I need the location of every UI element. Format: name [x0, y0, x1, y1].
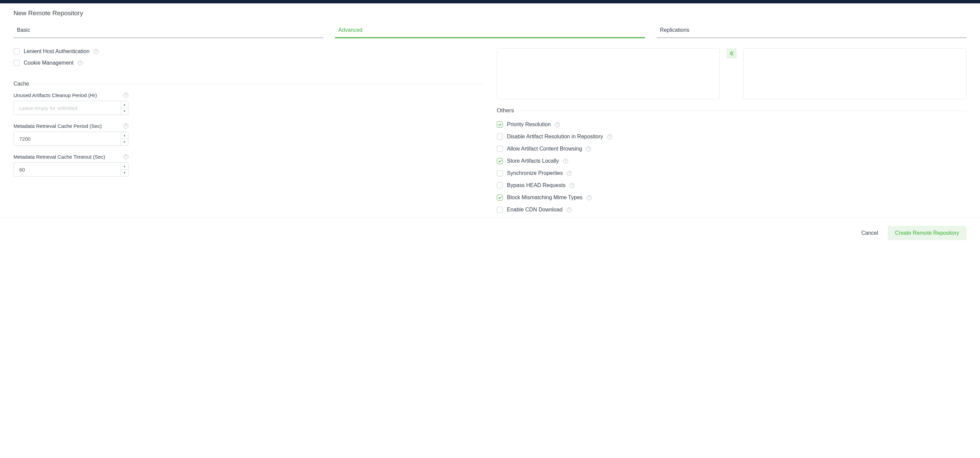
help-icon[interactable]: ? [123, 93, 129, 98]
allow-browsing-checkbox[interactable] [497, 146, 503, 152]
tab-advanced[interactable]: Advanced [335, 24, 645, 38]
tab-replications[interactable]: Replications [657, 24, 966, 38]
meta-timeout-label: Metadata Retrieval Cache Timeout (Sec) [14, 154, 105, 160]
block-mime-label: Block Mismatching Mime Types [507, 195, 582, 201]
lenient-host-checkbox[interactable] [14, 48, 20, 54]
help-icon[interactable]: ? [570, 183, 574, 188]
cancel-button[interactable]: Cancel [861, 230, 878, 236]
cleanup-input[interactable] [14, 101, 121, 115]
meta-period-input[interactable] [14, 132, 121, 145]
help-icon[interactable]: ? [607, 134, 612, 139]
right-column: Others Priority Resolution ? Disable Art… [497, 48, 966, 217]
block-mime-checkbox[interactable] [497, 195, 503, 201]
lenient-host-label: Lenient Host Authentication [24, 48, 89, 54]
page-title: New Remote Repository [14, 10, 966, 17]
cache-section-title: Cache [14, 81, 29, 87]
divider [33, 84, 483, 84]
tab-basic[interactable]: Basic [14, 24, 323, 38]
store-local-label: Store Artifacts Locally [507, 158, 559, 164]
help-icon[interactable]: ? [586, 147, 591, 152]
double-chevron-left-icon [729, 51, 734, 56]
cleanup-label: Unused Artifacts Cleanup Period (Hr) [14, 93, 97, 98]
tabs: Basic Advanced Replications [14, 24, 966, 38]
sync-props-checkbox[interactable] [497, 170, 503, 176]
help-icon[interactable]: ? [123, 154, 129, 159]
chevron-down-icon[interactable]: ▼ [121, 139, 128, 146]
chevron-up-icon[interactable]: ▲ [121, 163, 128, 170]
help-icon[interactable]: ? [587, 195, 592, 200]
transfer-left-button[interactable] [727, 48, 737, 59]
top-bar [0, 0, 980, 3]
allow-browsing-label: Allow Artifact Content Browsing [507, 146, 582, 152]
help-icon[interactable]: ? [563, 159, 568, 164]
sync-props-label: Synchronize Properties [507, 170, 563, 176]
chevron-up-icon[interactable]: ▲ [121, 101, 128, 108]
priority-resolution-label: Priority Resolution [507, 121, 551, 128]
help-icon[interactable]: ? [567, 207, 572, 212]
selected-listbox[interactable] [743, 48, 966, 99]
enable-cdn-checkbox[interactable] [497, 207, 503, 213]
disable-resolution-label: Disable Artifact Resolution in Repositor… [507, 134, 603, 140]
meta-timeout-input[interactable] [14, 163, 121, 176]
bypass-head-checkbox[interactable] [497, 182, 503, 188]
help-icon[interactable]: ? [123, 123, 129, 129]
chevron-down-icon[interactable]: ▼ [121, 170, 128, 177]
priority-resolution-checkbox[interactable] [497, 121, 503, 128]
store-local-checkbox[interactable] [497, 158, 503, 164]
enable-cdn-label: Enable CDN Download [507, 207, 563, 213]
meta-period-label: Metadata Retrieval Cache Period (Sec) [14, 123, 102, 129]
available-listbox[interactable] [497, 48, 720, 99]
disable-resolution-checkbox[interactable] [497, 134, 503, 140]
help-icon[interactable]: ? [94, 49, 99, 54]
chevron-up-icon[interactable]: ▲ [121, 132, 128, 139]
help-icon[interactable]: ? [567, 171, 572, 176]
help-icon[interactable]: ? [555, 122, 560, 127]
create-repository-button[interactable]: Create Remote Repository [888, 226, 966, 240]
chevron-down-icon[interactable]: ▼ [121, 108, 128, 115]
bypass-head-label: Bypass HEAD Requests [507, 182, 565, 188]
cookie-mgmt-label: Cookie Management [24, 60, 74, 66]
help-icon[interactable]: ? [78, 61, 83, 65]
cookie-mgmt-checkbox[interactable] [14, 60, 20, 66]
others-section-title: Others [497, 107, 514, 114]
left-column: Lenient Host Authentication ? Cookie Man… [14, 48, 483, 217]
